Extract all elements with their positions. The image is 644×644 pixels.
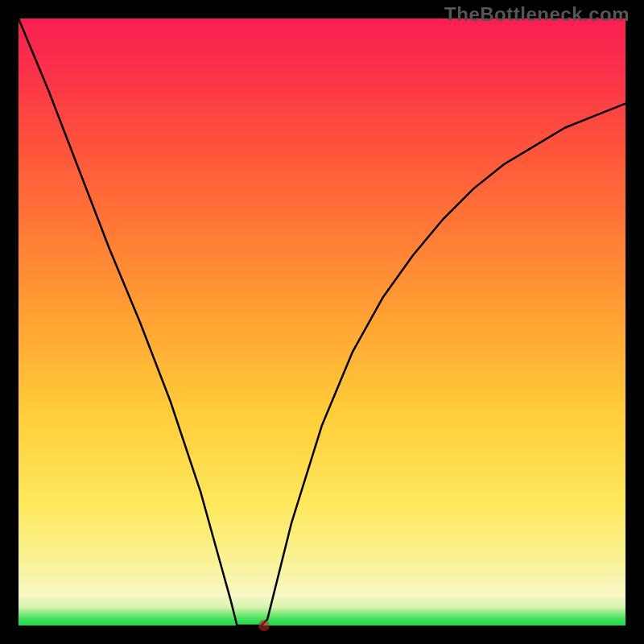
plot-area — [19, 19, 625, 625]
chart-frame: TheBottleneck.com — [0, 0, 644, 644]
watermark-label: TheBottleneck.com — [444, 3, 630, 26]
curve-line — [19, 19, 625, 625]
minimum-marker — [258, 620, 270, 631]
